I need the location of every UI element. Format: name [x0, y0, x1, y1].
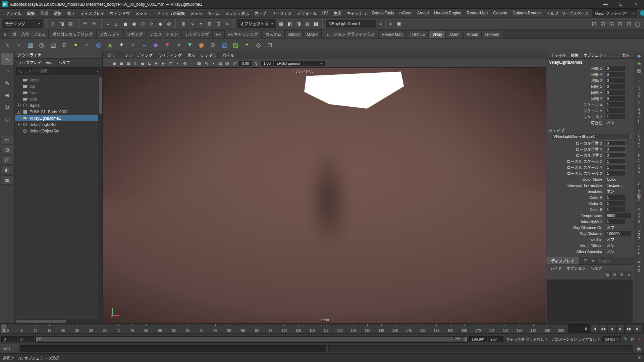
shelf-cube-icon[interactable]: ■ [162, 40, 172, 50]
expand-icon[interactable] [17, 84, 20, 88]
menu-item[interactable]: キャッシュ [344, 9, 370, 17]
ipr-render-icon[interactable]: ◑ [386, 19, 394, 28]
workspace-selector[interactable]: ワークスペース: Maya クラシック*▾ [561, 9, 637, 17]
sidebar-tab[interactable]: アトリビュート エディタ [637, 130, 642, 174]
expand-icon[interactable] [17, 78, 20, 82]
menu-item[interactable]: 表示 [184, 51, 198, 59]
menu-item[interactable]: Houdini Engine [431, 9, 464, 17]
shelf-tab[interactable]: XGen [446, 31, 463, 38]
outliner-row[interactable]: side [15, 96, 98, 102]
play-forward-button[interactable]: ▶ [616, 325, 625, 333]
shelf-hatch-icon[interactable]: ▧ [219, 40, 229, 50]
menu-item[interactable]: 作成 [38, 9, 51, 17]
colorspace-select[interactable]: sRGB gamma▾ [274, 61, 325, 66]
move-tool-button[interactable]: ⊕ [1, 89, 13, 101]
animation-preferences-icon[interactable]: ◴ [629, 336, 636, 343]
select-by-point-icon[interactable]: ◉ [130, 19, 139, 28]
shelf-dome-icon[interactable]: ◓ [241, 40, 252, 50]
toolbar-grip[interactable] [45, 19, 47, 28]
channel-value-field[interactable]: 1 [605, 108, 626, 113]
menu-item[interactable]: Golaem Render [510, 9, 544, 17]
expand-icon[interactable]: + [17, 123, 20, 126]
shelf-sphere-icon[interactable]: ● [70, 40, 81, 50]
maximize-button[interactable]: □ [613, 0, 629, 8]
channel-value-field[interactable]: 1 [605, 207, 626, 212]
shelf-moon-icon[interactable]: ◑ [173, 40, 184, 50]
wireframe-on-shaded-icon[interactable]: ≈ [189, 60, 196, 67]
shelf-menu-icon[interactable]: ≡ [1, 32, 9, 38]
playback-start-field[interactable]: 0 [18, 336, 34, 342]
shadows-icon[interactable]: ◑ [210, 60, 217, 67]
shelf-target-icon[interactable]: ◉ [196, 40, 207, 50]
channel-value-field[interactable]: オン [605, 243, 626, 248]
shelf-tab[interactable]: ポリゴンのモデリング [49, 29, 96, 38]
auto-keyframe-icon[interactable]: ● [636, 336, 643, 343]
grid-toggle-icon[interactable]: ⊞ [118, 60, 125, 67]
render-settings-icon[interactable]: ▣ [394, 19, 403, 28]
hypershade-layout-button[interactable]: ▦ [2, 175, 13, 185]
input-axis-field[interactable]: オブジェクト X▾ [237, 19, 276, 28]
shelf-star-icon[interactable]: ✦ [116, 40, 127, 50]
time-slider-track[interactable]: 0 05101520253035404550556065707580859095… [1, 324, 568, 333]
sidebar-tab[interactable]: チャネル ボックス / レイヤ エディタ [637, 208, 642, 273]
new-layer-from-selected-button[interactable]: ≡ [626, 272, 632, 278]
quick-rename-field[interactable]: VRayLightDome1 [326, 20, 376, 27]
menu-item[interactable]: UV [320, 9, 331, 17]
outliner-row[interactable]: + defaultLightSet [15, 121, 98, 128]
channel-value-field[interactable]: 1 [605, 114, 626, 119]
undo-icon[interactable]: ↶ [80, 19, 89, 28]
channel-value-field[interactable]: オン [605, 189, 626, 194]
menu-item[interactable]: オプション [564, 265, 588, 272]
make-live-icon[interactable]: ⊡ [214, 19, 223, 28]
channel-value-field[interactable]: 0 [605, 72, 626, 77]
shelf-tab[interactable]: リギング [123, 29, 146, 38]
snap-to-curve-icon[interactable]: ∿ [188, 19, 197, 28]
snap-align-icon[interactable]: ≋ [223, 19, 231, 28]
shelf-notes-icon[interactable]: ▤ [48, 40, 58, 50]
character-controls-icon[interactable]: ◉ [636, 53, 642, 59]
menu-item[interactable]: Golaem [490, 9, 510, 17]
shelf-diamond-icon[interactable]: ◇ [253, 40, 264, 50]
shelf-curve-edit-icon[interactable]: ≈ [13, 40, 24, 50]
menu-item[interactable]: 生成 [331, 9, 344, 17]
menu-item[interactable]: ライティング [155, 51, 184, 59]
open-editor-left-icon[interactable]: ◧ [285, 19, 294, 28]
sidebar-tab[interactable]: ツール設定 [637, 182, 642, 201]
channel-value-field[interactable]: 1 [605, 102, 626, 107]
save-scene-icon[interactable]: ▤ [66, 19, 75, 28]
xray-icon[interactable]: ▩ [196, 60, 203, 67]
expand-icon[interactable] [17, 97, 20, 101]
menu-item[interactable]: ファイル [3, 9, 24, 17]
menu-item[interactable]: 表示 [44, 59, 56, 66]
go-to-range-start-button[interactable]: |◀ [590, 325, 598, 333]
channel-value-field[interactable]: Color [605, 177, 626, 182]
channel-value-field[interactable]: 0 [605, 90, 626, 95]
channel-value-field[interactable]: 1 [605, 171, 626, 176]
menu-item[interactable]: ヘルプ [544, 9, 561, 17]
menu-item[interactable]: ビュー [105, 51, 122, 59]
menu-item[interactable]: 選択 [51, 9, 64, 17]
select-by-hull-icon[interactable]: ◆ [156, 19, 165, 28]
pause-viewport-icon[interactable]: ▮▮ [312, 19, 320, 28]
step-back-frame-button[interactable]: ◀ [608, 325, 616, 333]
channel-value-field[interactable]: 1 [605, 195, 626, 200]
channel-value-field[interactable]: オフ [605, 237, 626, 242]
minimize-button[interactable]: — [598, 0, 613, 8]
shelf-disable-icon[interactable]: ⊘ [59, 40, 70, 50]
shape-node-name[interactable]: VRayLightDomeShape1 [551, 134, 631, 139]
shelf-tab[interactable]: モーション グラフィックス [322, 29, 378, 38]
shelf-tab[interactable]: カーブ/サーフェス [9, 29, 49, 38]
highlight-mode-icon[interactable]: ◍ [303, 19, 312, 28]
resolution-gate-icon[interactable]: ◫ [132, 60, 139, 67]
channel-value-field[interactable]: 1 [605, 219, 626, 224]
channel-value-field[interactable]: 0 [605, 140, 626, 146]
select-component-mode-icon[interactable]: ◼ [121, 19, 130, 28]
toggle-toolbox-panel-icon[interactable]: ◰ [590, 19, 598, 28]
outliner-hscrollbar[interactable] [15, 319, 102, 323]
menu-item[interactable]: ヘルプ [56, 59, 72, 66]
anti-alias-icon[interactable]: ▥ [224, 60, 231, 67]
script-editor-icon[interactable]: ▤ [634, 344, 644, 353]
menu-item[interactable]: mGear [397, 9, 415, 17]
snap-to-point-icon[interactable]: ⌖ [197, 19, 205, 28]
channel-value-field[interactable]: 100000 [605, 231, 631, 236]
